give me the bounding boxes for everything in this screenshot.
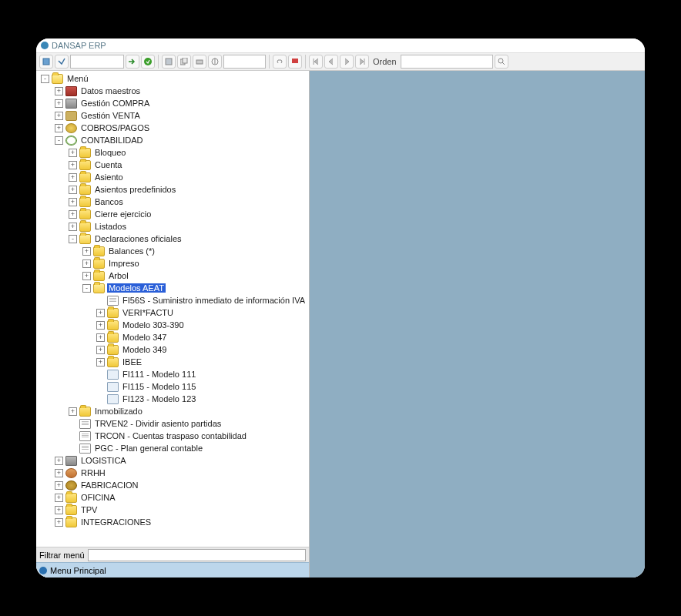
toolbar-save-button[interactable] — [162, 55, 176, 69]
toolbar-search-input[interactable] — [70, 55, 124, 69]
expand-icon[interactable]: + — [69, 186, 77, 194]
expand-icon[interactable]: + — [55, 518, 63, 527]
expand-icon[interactable]: + — [82, 259, 91, 268]
tree-node[interactable]: FI115 - Modelo 115 — [36, 380, 309, 393]
tree-node[interactable]: +Asientos predefinidos — [36, 183, 309, 196]
menu-principal-label: Menu Principal — [50, 566, 106, 575]
expand-spacer — [69, 432, 77, 440]
doc-icon — [79, 431, 91, 441]
expand-icon[interactable]: + — [96, 321, 105, 330]
collapse-icon[interactable]: - — [69, 235, 77, 243]
tree-node[interactable]: +Arbol — [36, 270, 309, 282]
expand-icon[interactable]: + — [69, 198, 77, 206]
toolbar-go-button[interactable] — [126, 55, 139, 69]
cart-icon — [65, 111, 77, 121]
collapse-icon[interactable]: - — [82, 284, 91, 293]
toolbar-btn-2[interactable] — [55, 55, 69, 69]
expand-icon[interactable]: + — [69, 210, 77, 219]
expand-icon[interactable]: + — [69, 161, 77, 169]
filter-input[interactable] — [88, 549, 306, 561]
toolbar-refresh-button[interactable] — [141, 55, 155, 69]
tree-node[interactable]: +Balances (*) — [36, 245, 309, 257]
expand-icon[interactable]: + — [96, 358, 105, 367]
tree-node[interactable]: PGC - Plan general contable — [36, 442, 309, 454]
expand-icon[interactable]: + — [96, 309, 105, 317]
collapse-icon[interactable]: - — [41, 75, 49, 83]
tree-node[interactable]: +Bancos — [36, 196, 309, 208]
tree-node[interactable]: +OFICINA — [36, 491, 309, 504]
tree-node[interactable]: -Menú — [36, 72, 309, 85]
expand-icon[interactable]: + — [69, 407, 77, 416]
nav-prev-button[interactable] — [324, 55, 338, 69]
tree-node-label: FABRICACION — [79, 480, 140, 490]
expand-icon[interactable]: + — [69, 149, 77, 157]
tree-node[interactable]: +Gestión COMPRA — [36, 97, 309, 109]
tree-node[interactable]: +Modelo 303-390 — [36, 319, 309, 331]
expand-icon[interactable]: + — [55, 481, 63, 490]
expand-icon[interactable]: + — [69, 223, 77, 231]
tree-node[interactable]: +Listados — [36, 220, 309, 233]
expand-icon[interactable]: + — [55, 99, 63, 108]
expand-icon[interactable]: + — [55, 124, 63, 132]
tree-node-label: Bloqueo — [93, 148, 127, 157]
expand-icon[interactable]: + — [82, 247, 91, 256]
expand-spacer — [96, 395, 105, 403]
tree-node[interactable]: +Cierre ejercicio — [36, 208, 309, 220]
tree-node[interactable]: +RRHH — [36, 467, 309, 479]
toolbar-find-button[interactable] — [495, 55, 508, 69]
expand-icon[interactable]: + — [55, 457, 63, 465]
tree-node[interactable]: +IBEE — [36, 356, 309, 368]
tree-node[interactable]: TRCON - Cuentas traspaso contabilidad — [36, 430, 309, 442]
expand-icon[interactable]: + — [82, 272, 91, 280]
tree-node[interactable]: +Bloqueo — [36, 146, 309, 159]
folder-open-icon — [52, 74, 63, 84]
toolbar-info-button[interactable]: i — [208, 55, 222, 69]
tree-node[interactable]: +Modelo 349 — [36, 343, 309, 356]
tree-node[interactable]: +Inmobilizado — [36, 405, 309, 417]
footer-bar[interactable]: Menu Principal — [36, 562, 309, 578]
nav-first-button[interactable] — [309, 55, 323, 69]
nav-next-button[interactable] — [340, 55, 354, 69]
tree-node[interactable]: +Datos maestros — [36, 85, 309, 97]
toolbar-input-2[interactable] — [223, 55, 266, 69]
menu-tree[interactable]: -Menú+Datos maestros+Gestión COMPRA+Gest… — [36, 71, 309, 547]
tree-node[interactable]: FI56S - Suministro inmediato de informac… — [36, 294, 309, 306]
main-area: -Menú+Datos maestros+Gestión COMPRA+Gest… — [36, 71, 645, 578]
tree-node[interactable]: +FABRICACION — [36, 479, 309, 491]
tree-node[interactable]: +INTEGRACIONES — [36, 516, 309, 528]
tree-node[interactable]: -Declaraciones oficiales — [36, 233, 309, 245]
nav-last-button[interactable] — [355, 55, 369, 69]
toolbar-btn-1[interactable] — [39, 55, 53, 69]
expand-icon[interactable]: + — [55, 112, 63, 120]
tree-node[interactable]: FI111 - Modelo 111 — [36, 368, 309, 380]
tree-node[interactable]: +LOGISTICA — [36, 454, 309, 467]
tree-node[interactable]: +Modelo 347 — [36, 331, 309, 343]
tree-node[interactable]: TRVEN2 - Dividir asiento partidas — [36, 417, 309, 430]
toolbar-copy-button[interactable] — [177, 55, 191, 69]
expand-icon[interactable]: + — [55, 87, 63, 95]
tree-node[interactable]: -Modelos AEAT — [36, 282, 309, 294]
order-input[interactable] — [401, 55, 493, 69]
expand-icon[interactable]: + — [55, 469, 63, 477]
expand-icon[interactable]: + — [55, 494, 63, 502]
tree-node[interactable]: FI123 - Modelo 123 — [36, 393, 309, 405]
expand-icon[interactable]: + — [96, 346, 105, 354]
tree-node[interactable]: +Cuenta — [36, 159, 309, 171]
truck-icon — [65, 99, 77, 109]
toolbar-attach-button[interactable] — [273, 55, 287, 69]
tree-node[interactable]: +VERI*FACTU — [36, 306, 309, 319]
expand-icon[interactable]: + — [96, 333, 105, 342]
tree-node[interactable]: +Gestión VENTA — [36, 109, 309, 122]
collapse-icon[interactable]: - — [55, 136, 63, 145]
tree-node[interactable]: +Impreso — [36, 257, 309, 270]
toolbar-flag-button[interactable] — [288, 55, 302, 69]
expand-icon[interactable]: + — [69, 173, 77, 182]
tree-node[interactable]: +COBROS/PAGOS — [36, 122, 309, 134]
svg-rect-0 — [43, 59, 49, 65]
tree-node[interactable]: -CONTABILIDAD — [36, 134, 309, 146]
tree-node-label: Arbol — [107, 271, 130, 280]
tree-node[interactable]: +Asiento — [36, 171, 309, 183]
toolbar-print-button[interactable] — [193, 55, 206, 69]
expand-icon[interactable]: + — [55, 506, 63, 514]
tree-node[interactable]: +TPV — [36, 504, 309, 516]
